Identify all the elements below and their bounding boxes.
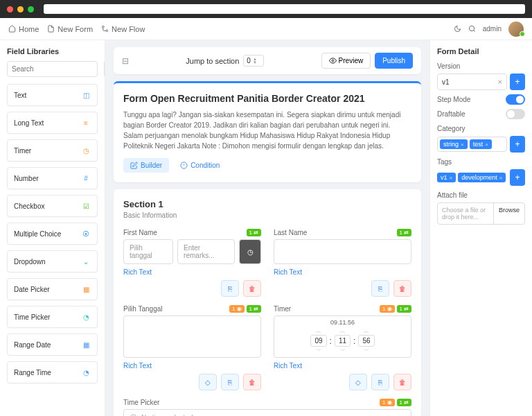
clock-button[interactable]: ◷	[239, 239, 261, 264]
delete-button[interactable]: 🗑	[393, 374, 411, 390]
sec-down[interactable]: ﹀	[364, 347, 369, 354]
tag-item[interactable]: development×	[458, 173, 506, 182]
stepper-arrows[interactable]: ▲▼	[253, 58, 257, 64]
count-badge[interactable]: 1◉	[380, 305, 394, 313]
url-bar[interactable]	[44, 4, 525, 14]
copy-button[interactable]: ⎘	[371, 374, 389, 390]
delete-button[interactable]: 🗑	[243, 280, 261, 297]
browser-chrome	[0, 0, 532, 18]
field-time-picker[interactable]: Time Picker◔	[7, 306, 98, 328]
tags-label: Tags	[437, 158, 525, 166]
field-text[interactable]: Text◫	[7, 84, 98, 106]
field-label: Timer	[274, 305, 291, 313]
search-input[interactable]	[8, 62, 104, 76]
share-badge[interactable]: 1⇄	[397, 229, 411, 236]
copy-button[interactable]: ⎘	[221, 280, 239, 297]
date-input[interactable]	[123, 315, 261, 358]
tag-item[interactable]: v1×	[437, 173, 456, 182]
hour-value[interactable]: 09	[310, 335, 326, 347]
file-drop-zone[interactable]: Choose a file or drop it here...	[438, 203, 493, 224]
remove-tag-icon[interactable]: ×	[485, 141, 488, 148]
rich-text-link[interactable]: Rich Text	[123, 268, 261, 276]
min-up[interactable]: ︿	[340, 327, 346, 335]
field-search[interactable]	[7, 61, 98, 77]
moon-icon[interactable]	[454, 25, 461, 33]
collapse-icon[interactable]: ⊟	[122, 56, 129, 66]
minimize-window[interactable]	[17, 6, 24, 12]
add-version-button[interactable]: +	[510, 73, 525, 90]
field-timer[interactable]: Timer◷	[7, 139, 98, 162]
field-label: Last Name	[274, 229, 307, 236]
file-upload[interactable]: Choose a file or drop it here... Browse	[437, 202, 525, 225]
browse-button[interactable]: Browse	[493, 203, 524, 224]
category-tag[interactable]: test×	[470, 139, 492, 149]
field-date-picker[interactable]: Date Picker▦	[7, 278, 98, 300]
section-number-input[interactable]: 0▲▼	[243, 55, 264, 67]
share-badge[interactable]: 1⇄	[397, 399, 411, 406]
add-category-button[interactable]: +	[510, 136, 525, 153]
date-input[interactable]: Pilih tanggal	[123, 239, 173, 264]
nav-home[interactable]: Home	[8, 25, 39, 33]
hour-down[interactable]: ﹀	[316, 347, 321, 354]
delete-button[interactable]: 🗑	[243, 374, 261, 390]
jump-label: Jump to section	[186, 57, 239, 65]
nav-new-flow[interactable]: New Flow	[101, 25, 145, 33]
form-description: Tunggu apa lagi? Jangan sia-siakan kesem…	[123, 110, 411, 151]
publish-button[interactable]: Publish	[375, 53, 413, 69]
field-range-date[interactable]: Range Date▦	[7, 333, 98, 356]
delete-button[interactable]: 🗑	[393, 280, 411, 297]
rich-text-link[interactable]: Rich Text	[274, 268, 411, 276]
min-value[interactable]: 11	[335, 335, 351, 347]
close-window[interactable]	[7, 6, 13, 12]
add-tag-button[interactable]: +	[510, 169, 525, 186]
field-checkbox[interactable]: Checkbox☑	[7, 195, 98, 217]
tab-condition[interactable]: Condition	[173, 158, 227, 173]
share-badge[interactable]: 1⇄	[247, 229, 261, 236]
clock-icon: ◔	[81, 312, 91, 322]
count-badge[interactable]: 1◉	[229, 305, 244, 313]
field-dropdown[interactable]: Dropdown⌄	[7, 250, 98, 272]
svg-point-1	[106, 30, 108, 32]
remove-tag-icon[interactable]: ×	[499, 175, 503, 181]
section-title: Section 1	[123, 199, 411, 209]
min-down[interactable]: ﹀	[340, 347, 346, 354]
rich-text-link[interactable]: Rich Text	[123, 362, 261, 370]
tag-button[interactable]: ◇	[199, 374, 217, 390]
avatar[interactable]	[508, 21, 524, 37]
field-time-picker: Time Picker1◉1⇄ No time selected Rich Te…	[123, 399, 411, 416]
step-mode-toggle[interactable]	[506, 94, 525, 105]
draftable-toggle[interactable]	[506, 109, 525, 119]
field-label: Time Picker	[123, 399, 159, 406]
copy-button[interactable]: ⎘	[371, 280, 389, 297]
category-tag[interactable]: string×	[440, 139, 468, 149]
maximize-window[interactable]	[28, 6, 34, 12]
field-number[interactable]: Number#	[7, 167, 98, 189]
tab-builder[interactable]: Builder	[123, 158, 169, 173]
hour-up[interactable]: ︿	[316, 327, 321, 335]
remarks-input[interactable]: Enter remarks...	[177, 239, 235, 264]
time-input[interactable]: No time selected	[123, 409, 411, 416]
text-input[interactable]	[274, 239, 411, 264]
preview-button[interactable]: Preview	[321, 53, 371, 69]
share-badge[interactable]: 1⇄	[247, 305, 261, 313]
version-input[interactable]: v1×	[437, 73, 507, 90]
sec-value[interactable]: 56	[358, 335, 374, 347]
copy-button[interactable]: ⎘	[221, 374, 239, 390]
tag-button[interactable]: ◇	[349, 374, 367, 390]
share-badge[interactable]: 1⇄	[397, 305, 411, 313]
search-icon[interactable]	[468, 25, 476, 33]
rich-text-link[interactable]: Rich Text	[274, 362, 411, 370]
count-badge[interactable]: 1◉	[380, 399, 394, 406]
field-long-text[interactable]: Long Text≡	[7, 112, 98, 134]
document-icon	[47, 25, 55, 33]
clear-icon[interactable]: ×	[498, 78, 502, 86]
remove-tag-icon[interactable]: ×	[450, 175, 453, 181]
remove-tag-icon[interactable]: ×	[461, 141, 464, 148]
timer-control[interactable]: 09.11.56 ︿09﹀: ︿11﹀: ︿56﹀	[274, 315, 411, 358]
category-input[interactable]: string× test×	[437, 137, 507, 152]
nav-new-form[interactable]: New Form	[47, 25, 93, 33]
field-range-time[interactable]: Range Time◔	[7, 361, 98, 383]
field-multiple-choice[interactable]: Multiple Choice⦿	[7, 223, 98, 245]
sec-up[interactable]: ︿	[364, 327, 369, 335]
eye-icon	[329, 57, 337, 64]
